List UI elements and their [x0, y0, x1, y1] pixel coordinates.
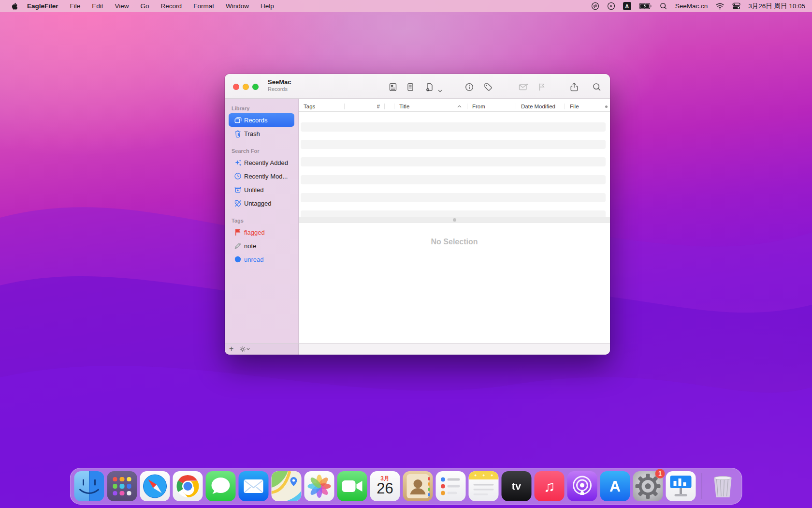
menu-view[interactable]: View: [109, 2, 135, 10]
empty-row-stripe: [301, 140, 606, 149]
menubar-clock[interactable]: 3月26日 周日 10:05: [748, 2, 805, 11]
sidebar-item-label: flagged: [244, 229, 265, 236]
spotlight-icon[interactable]: [660, 2, 667, 10]
sidebar-section-tags: Tags flagged: [225, 216, 298, 266]
tag-icon[interactable]: [483, 82, 493, 92]
sidebar-section-library: Library Records: [225, 104, 298, 140]
active-app-menu[interactable]: EagleFiler: [21, 2, 64, 10]
empty-row-stripe: [301, 210, 606, 217]
window-titlebar[interactable]: SeeMac Records: [225, 74, 610, 99]
search-icon[interactable]: [592, 82, 602, 92]
clock-icon: [232, 172, 244, 180]
window-title-group: SeeMac Records: [268, 78, 291, 92]
dock-notes[interactable]: [469, 471, 499, 501]
menu-format[interactable]: Format: [188, 2, 220, 10]
battery-charging-icon[interactable]: [639, 3, 652, 9]
dock-keynote[interactable]: [666, 471, 696, 501]
pane-splitter[interactable]: [299, 217, 610, 223]
sidebar-item-trash[interactable]: Trash: [229, 127, 294, 140]
viewer-icon[interactable]: [388, 82, 398, 92]
dock-trash[interactable]: [708, 471, 738, 501]
notification-badge: 1: [655, 469, 665, 478]
dock-chrome[interactable]: [173, 471, 203, 501]
sidebar-item-label: unread: [244, 256, 263, 263]
dock: 3月 26: [70, 468, 742, 505]
section-header: Search For: [225, 146, 298, 156]
import-record-icon[interactable]: [424, 82, 435, 92]
dock-facetime[interactable]: [337, 471, 367, 501]
sidebar-item-tag-flagged[interactable]: flagged: [229, 225, 294, 239]
dock-calendar[interactable]: 3月 26: [370, 471, 400, 501]
close-button[interactable]: [233, 84, 239, 90]
sidebar-section-search-for: Search For Recently Added: [225, 146, 298, 210]
sidebar-item-records[interactable]: Records: [229, 113, 294, 127]
sidebar-item-recently-modified[interactable]: Recently Mod...: [229, 169, 294, 183]
menu-window[interactable]: Window: [220, 2, 255, 10]
dock-reminders[interactable]: [436, 471, 466, 501]
network-name[interactable]: SeeMac.cn: [675, 2, 708, 10]
menu-record[interactable]: Record: [155, 2, 188, 10]
archivebox-icon: [232, 186, 244, 194]
column-header-date-modified[interactable]: Date Modified: [516, 102, 565, 111]
column-header-file[interactable]: File: [565, 102, 610, 111]
column-header-title[interactable]: Title: [394, 102, 467, 111]
sidebar-item-tag-unread[interactable]: unread: [229, 253, 294, 266]
chevron-down-icon[interactable]: [438, 86, 442, 94]
column-header-tags[interactable]: Tags: [299, 102, 345, 111]
dock-finder[interactable]: [74, 471, 104, 501]
table-header: Tags # Title From Date M: [299, 102, 610, 112]
minimize-button[interactable]: [243, 84, 249, 90]
records-icon: [232, 116, 244, 124]
sidebar-item-unfiled[interactable]: Unfiled: [229, 183, 294, 196]
sidebar-item-tag-note[interactable]: note: [229, 239, 294, 253]
dock-tv[interactable]: tv: [502, 471, 532, 501]
sparkles-icon: [232, 159, 244, 167]
splitter-handle[interactable]: [453, 218, 456, 222]
sidebar: Library Records: [225, 99, 299, 343]
dock-messages[interactable]: [206, 471, 236, 501]
menu-edit[interactable]: Edit: [86, 2, 109, 10]
dock-mail[interactable]: [239, 471, 269, 501]
wifi-icon[interactable]: [715, 3, 725, 10]
document-icon[interactable]: [405, 82, 416, 92]
menu-file[interactable]: File: [64, 2, 87, 10]
dock-launchpad[interactable]: [107, 471, 137, 501]
dock-contacts[interactable]: [403, 471, 433, 501]
column-header-number[interactable]: #: [345, 102, 385, 111]
add-icon[interactable]: +: [225, 344, 237, 354]
main-area: Tags # Title From Date M: [299, 99, 610, 343]
switch-arrows-icon[interactable]: [591, 2, 599, 10]
column-header-spacer[interactable]: [385, 102, 394, 111]
control-center-icon[interactable]: [732, 2, 740, 10]
dock-safari[interactable]: [140, 471, 170, 501]
zoom-button[interactable]: [252, 84, 259, 90]
empty-row-stripe: [301, 193, 606, 202]
action-gear-icon[interactable]: [237, 346, 252, 353]
apple-menu-icon[interactable]: [7, 2, 21, 10]
column-header-from[interactable]: From: [467, 102, 516, 111]
sidebar-item-recently-added[interactable]: Recently Added: [229, 156, 294, 169]
status-bar: [299, 344, 610, 355]
dock-podcasts[interactable]: [567, 471, 597, 501]
menu-help[interactable]: Help: [255, 2, 280, 10]
input-source-icon[interactable]: A: [623, 2, 631, 10]
sidebar-item-untagged[interactable]: Untagged: [229, 196, 294, 210]
traffic-lights: [233, 84, 259, 90]
dock-separator: [702, 473, 702, 499]
record-list[interactable]: [299, 112, 610, 217]
trash-icon: [232, 130, 244, 138]
column-options-dot[interactable]: [605, 105, 608, 108]
dock-app-store[interactable]: A: [600, 471, 630, 501]
dock-maps[interactable]: [272, 471, 302, 501]
sidebar-item-label: Recently Mod...: [244, 173, 288, 180]
mail-unread-icon[interactable]: [518, 82, 528, 92]
play-circle-icon[interactable]: [607, 2, 615, 10]
dock-music[interactable]: ♫: [535, 471, 565, 501]
music-note-icon: ♫: [544, 478, 555, 495]
flag-icon[interactable]: [536, 82, 547, 92]
menu-go[interactable]: Go: [135, 2, 155, 10]
share-icon[interactable]: [569, 82, 580, 92]
dock-photos[interactable]: [304, 471, 334, 501]
dock-system-preferences[interactable]: 1: [633, 471, 663, 501]
info-icon[interactable]: [464, 82, 475, 92]
